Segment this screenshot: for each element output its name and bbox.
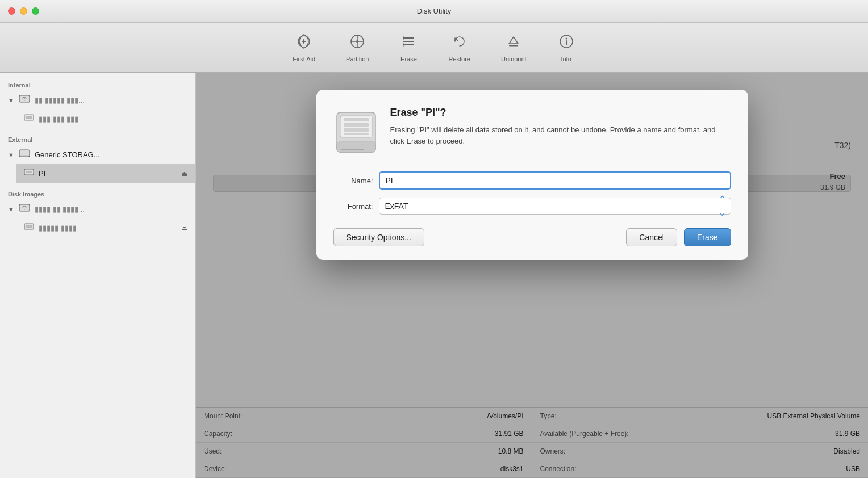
sidebar-item-pi-name: PI <box>39 169 45 178</box>
cancel-button[interactable]: Cancel <box>626 228 677 246</box>
svg-rect-4 <box>403 41 414 42</box>
traffic-lights <box>8 7 39 15</box>
partition-icon <box>348 32 366 53</box>
name-field-row: Name: <box>333 171 731 190</box>
restore-icon <box>450 32 469 53</box>
restore-label: Restore <box>448 56 470 62</box>
window-title: Disk Utility <box>417 7 452 15</box>
chevron-down-icon-2: ▼ <box>8 152 14 158</box>
sidebar-item-internal-drive-name: ▮▮ ▮▮▮▮▮ ▮▮▮... <box>35 96 85 104</box>
sidebar-section-external: External <box>0 133 195 145</box>
erase-label: Erase <box>400 56 417 62</box>
svg-rect-24 <box>337 142 375 152</box>
unmount-label: Unmount <box>501 56 527 62</box>
erase-modal: Erase "PI"? Erasing "PI" will delete all… <box>316 90 748 260</box>
partition-label: Partition <box>346 56 369 62</box>
content-area: T32) Free 31.9 GB Mount Point: /Volumes/… <box>196 73 868 478</box>
info-label: Info <box>561 56 571 62</box>
info-button[interactable]: Info <box>550 28 582 67</box>
modal-buttons-right: Cancel Erase <box>626 228 731 246</box>
eject-icon[interactable]: ⏏ <box>181 170 187 178</box>
main-layout: Internal ▼ ▮▮ ▮▮▮▮▮ ▮▮▮... ▮▮▮ ▮▮▮ ▮▮▮ <box>0 73 868 478</box>
sidebar-item-pi[interactable]: PI ⏏ <box>16 164 195 183</box>
close-button[interactable] <box>8 7 15 15</box>
unmount-button[interactable]: Unmount <box>494 28 533 67</box>
svg-rect-19 <box>19 204 30 211</box>
sidebar-item-disk-image-1[interactable]: ▼ ▮▮▮▮ ▮▮ ▮▮▮▮ .. <box>0 200 195 219</box>
sidebar-item-internal-vol-name: ▮▮▮ ▮▮▮ ▮▮▮ <box>39 115 78 123</box>
modal-form: Name: Format: ExFAT Mac OS Extended (Jou… <box>333 171 731 215</box>
name-label: Name: <box>333 177 373 185</box>
first-aid-label: First Aid <box>293 56 315 62</box>
sidebar-item-disk-image-2-name: ▮▮▮▮▮ ▮▮▮▮ <box>39 224 77 232</box>
sidebar-item-internal-drive[interactable]: ▼ ▮▮ ▮▮▮▮▮ ▮▮▮... <box>0 91 195 110</box>
title-bar: Disk Utility <box>0 0 868 23</box>
sidebar-item-generic-storage[interactable]: ▼ Generic STORAG... <box>0 145 195 164</box>
svg-rect-14 <box>26 116 32 119</box>
svg-point-12 <box>24 98 25 99</box>
chevron-down-icon-3: ▼ <box>8 206 14 213</box>
maximize-button[interactable] <box>32 7 39 15</box>
disk-image-icon <box>19 203 30 216</box>
svg-rect-27 <box>344 118 369 121</box>
volume-icon <box>24 112 34 125</box>
unmount-icon <box>504 32 523 53</box>
svg-rect-30 <box>344 133 369 135</box>
first-aid-button[interactable]: First Aid <box>286 28 322 67</box>
info-icon <box>557 32 575 53</box>
sidebar-item-internal-vol[interactable]: ▮▮▮ ▮▮▮ ▮▮▮ <box>16 110 195 128</box>
disk-image-vol-icon <box>24 221 34 234</box>
modal-title: Erase "PI"? <box>390 107 731 119</box>
disk-icon <box>19 94 30 107</box>
name-input[interactable] <box>379 171 731 190</box>
first-aid-icon <box>295 32 313 53</box>
erase-button[interactable]: Erase <box>393 28 424 67</box>
sidebar: Internal ▼ ▮▮ ▮▮▮▮▮ ▮▮▮... ▮▮▮ ▮▮▮ ▮▮▮ <box>0 73 196 478</box>
svg-rect-18 <box>26 171 32 173</box>
modal-header: Erase "PI"? Erasing "PI" will delete all… <box>333 107 731 158</box>
pi-volume-icon <box>24 167 34 180</box>
svg-rect-29 <box>344 128 369 132</box>
modal-description: Erasing "PI" will delete all data stored… <box>390 124 731 146</box>
format-field-row: Format: ExFAT Mac OS Extended (Journaled… <box>333 198 731 215</box>
external-disk-icon <box>19 148 30 161</box>
modal-overlay: Erase "PI"? Erasing "PI" will delete all… <box>196 73 868 478</box>
svg-rect-3 <box>403 37 414 39</box>
modal-disk-graphic <box>333 107 379 158</box>
sidebar-section-disk-images: Disk Images <box>0 187 195 200</box>
minimize-button[interactable] <box>20 7 27 15</box>
sidebar-item-generic-storage-name: Generic STORAG... <box>35 150 100 159</box>
sidebar-item-disk-image-1-name: ▮▮▮▮ ▮▮ ▮▮▮▮ .. <box>35 205 85 213</box>
erase-icon <box>399 32 418 53</box>
svg-rect-16 <box>20 155 28 156</box>
svg-rect-28 <box>344 123 369 127</box>
svg-rect-7 <box>509 45 518 47</box>
svg-rect-25 <box>341 149 364 150</box>
erase-confirm-button[interactable]: Erase <box>684 228 731 246</box>
security-options-button[interactable]: Security Options... <box>333 228 424 246</box>
sidebar-item-disk-image-2[interactable]: ▮▮▮▮▮ ▮▮▮▮ ⏏ <box>16 219 195 237</box>
chevron-down-icon: ▼ <box>8 97 14 104</box>
modal-text: Erase "PI"? Erasing "PI" will delete all… <box>390 107 731 158</box>
format-select-wrapper: ExFAT Mac OS Extended (Journaled) Mac OS… <box>379 198 731 215</box>
format-label: Format: <box>333 202 373 211</box>
svg-rect-5 <box>403 44 414 45</box>
toolbar: First Aid Partition Erase <box>0 23 868 73</box>
sidebar-section-internal: Internal <box>0 78 195 91</box>
svg-point-2 <box>356 40 358 43</box>
modal-buttons: Security Options... Cancel Erase <box>333 228 731 246</box>
restore-button[interactable]: Restore <box>441 28 477 67</box>
eject-icon-2[interactable]: ⏏ <box>181 224 187 232</box>
svg-marker-6 <box>509 37 518 44</box>
svg-point-9 <box>565 38 567 40</box>
svg-rect-22 <box>26 225 32 228</box>
partition-button[interactable]: Partition <box>339 28 375 67</box>
format-select[interactable]: ExFAT Mac OS Extended (Journaled) Mac OS… <box>379 198 731 215</box>
